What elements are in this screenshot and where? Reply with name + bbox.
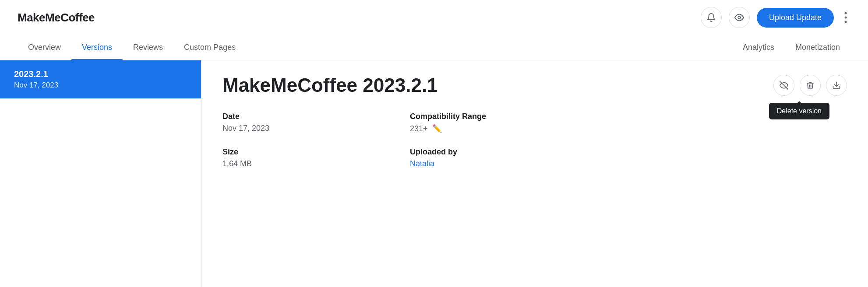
svg-point-1 — [845, 12, 847, 14]
size-field: Size 1.64 MB — [222, 147, 389, 168]
sidebar-list: 2023.2.1 Nov 17, 2023 — [0, 60, 201, 98]
compatibility-value: 231+ — [410, 124, 428, 133]
uploaded-by-value[interactable]: Natalia — [410, 159, 847, 168]
date-value: Nov 17, 2023 — [222, 124, 389, 133]
date-field: Date Nov 17, 2023 — [222, 112, 389, 133]
header-right: Upload Update — [701, 7, 850, 28]
tab-custom-pages[interactable]: Custom Pages — [173, 35, 246, 60]
compatibility-label: Compatibility Range — [410, 112, 847, 121]
detail-panel: MakeMeCoffee 2023.2.1 — [201, 60, 868, 287]
bell-icon — [706, 13, 716, 22]
notification-button[interactable] — [701, 7, 722, 28]
uploaded-by-label: Uploaded by — [410, 147, 847, 157]
tab-versions[interactable]: Versions — [71, 35, 123, 60]
detail-title: MakeMeCoffee 2023.2.1 — [222, 74, 763, 96]
sidebar-item-version-2023-2-1[interactable]: 2023.2.1 Nov 17, 2023 — [0, 60, 201, 98]
download-icon — [832, 81, 841, 90]
tab-analytics[interactable]: Analytics — [732, 35, 785, 60]
nav-tabs-left: Overview Versions Reviews Custom Pages — [18, 35, 246, 60]
main-content: 2023.2.1 Nov 17, 2023 MakeMeCoffee 2023.… — [0, 60, 868, 287]
delete-button-container: Delete version — [800, 75, 821, 96]
nav-tabs: Overview Versions Reviews Custom Pages A… — [0, 35, 868, 60]
header-left: MakeMeCoffee — [18, 11, 95, 24]
preview-button[interactable] — [729, 7, 750, 28]
more-vertical-icon — [844, 12, 847, 23]
hide-version-button[interactable] — [773, 75, 794, 96]
compatibility-row: 231+ ✏️ — [410, 124, 847, 133]
eye-slash-icon — [780, 81, 788, 90]
sidebar-version-number: 2023.2.1 — [14, 69, 187, 79]
upload-update-button[interactable]: Upload Update — [757, 8, 834, 28]
header: MakeMeCoffee Upload Update — [0, 0, 868, 35]
sidebar-version-date: Nov 17, 2023 — [14, 81, 187, 90]
sidebar: 2023.2.1 Nov 17, 2023 — [0, 60, 201, 287]
tab-overview[interactable]: Overview — [18, 35, 71, 60]
eye-icon — [734, 13, 744, 22]
compatibility-field: Compatibility Range 231+ ✏️ — [410, 112, 847, 133]
nav-tabs-right: Analytics Monetization — [732, 35, 850, 60]
date-label: Date — [222, 112, 389, 121]
edit-compatibility-icon[interactable]: ✏️ — [432, 124, 442, 133]
size-label: Size — [222, 147, 389, 157]
svg-point-0 — [738, 16, 741, 19]
detail-header: MakeMeCoffee 2023.2.1 — [222, 74, 847, 96]
app-title: MakeMeCoffee — [18, 11, 95, 24]
info-grid: Date Nov 17, 2023 Compatibility Range 23… — [222, 112, 847, 168]
svg-point-2 — [845, 17, 847, 19]
tab-monetization[interactable]: Monetization — [785, 35, 850, 60]
tab-reviews[interactable]: Reviews — [123, 35, 173, 60]
size-value: 1.64 MB — [222, 159, 389, 168]
svg-point-3 — [845, 21, 847, 23]
download-version-button[interactable] — [826, 75, 847, 96]
more-options-button[interactable] — [841, 8, 850, 27]
delete-version-button[interactable] — [800, 75, 821, 96]
trash-icon — [806, 81, 815, 90]
detail-actions: Delete version — [773, 75, 847, 96]
uploaded-by-field: Uploaded by Natalia — [410, 147, 847, 168]
